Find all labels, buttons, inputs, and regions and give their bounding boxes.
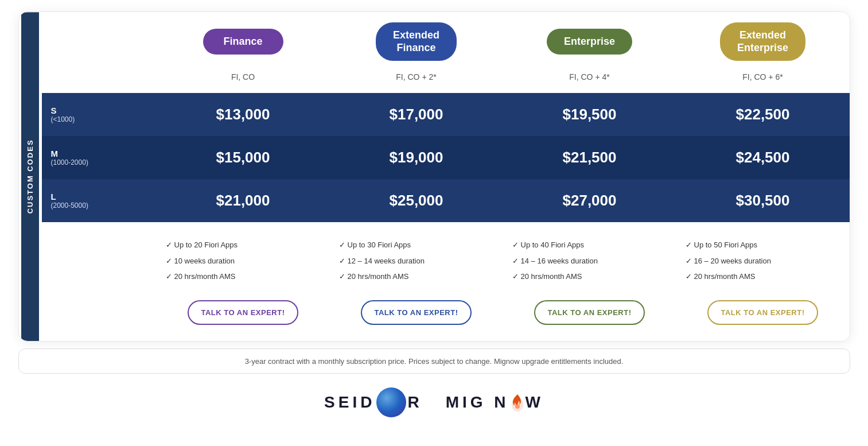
price-enterprise-l: $27,000: [503, 179, 676, 222]
row-label-sub-l: (2000-5000): [51, 201, 147, 210]
subtitle-enterprise: FI, CO + 4*: [503, 70, 676, 88]
feature-item: ✓10 weeks duration: [166, 254, 321, 267]
feature-text: 20 hrs/month AMS: [348, 270, 409, 283]
feature-item: ✓12 – 14 weeks duration: [339, 254, 494, 267]
feature-item: ✓Up to 30 Fiori Apps: [339, 238, 494, 251]
price-section: S(<1000)$13,000$17,000$19,500$22,500M(10…: [42, 93, 850, 222]
check-mark: ✓: [339, 270, 345, 283]
feature-item: ✓20 hrs/month AMS: [339, 270, 494, 283]
price-extended-enterprise-l: $30,500: [676, 179, 850, 222]
row-label-main-m: M: [51, 149, 147, 158]
feature-text: Up to 50 Fiori Apps: [694, 238, 758, 251]
feature-item: ✓20 hrs/month AMS: [686, 270, 840, 283]
row-label-s: S(<1000): [42, 93, 157, 136]
main-content: FinanceExtended FinanceEnterpriseExtende…: [42, 12, 850, 341]
feature-item: ✓Up to 50 Fiori Apps: [686, 238, 840, 251]
price-extended-finance-s: $17,000: [330, 93, 503, 136]
price-extended-finance-m: $19,000: [330, 136, 503, 179]
check-mark: ✓: [166, 254, 172, 267]
cta-cell-enterprise: TALK TO AN EXPERT!: [503, 296, 676, 329]
cta-cell-extended-finance: TALK TO AN EXPERT!: [330, 296, 503, 329]
subtitle-extended-finance: FI, CO + 2*: [330, 70, 503, 88]
pricing-wrapper: Custom Codes FinanceExtended FinanceEnte…: [18, 11, 850, 417]
price-extended-finance-l: $25,000: [330, 179, 503, 222]
plan-badge-extended-enterprise: Extended Enterprise: [720, 22, 805, 61]
price-extended-enterprise-s: $22,500: [676, 93, 850, 136]
feature-text: 14 – 16 weeks duration: [521, 254, 598, 267]
check-mark: ✓: [512, 254, 519, 267]
cta-button-finance[interactable]: TALK TO AN EXPERT!: [188, 300, 299, 325]
features-col-enterprise: ✓Up to 40 Fiori Apps✓14 – 16 weeks durat…: [503, 234, 676, 290]
subtitle-row: FI, COFI, CO + 2*FI, CO + 4*FI, CO + 6*: [42, 70, 850, 93]
features-row: ✓Up to 20 Fiori Apps✓10 weeks duration✓2…: [42, 222, 850, 296]
feature-item: ✓16 – 20 weeks duration: [686, 254, 840, 267]
features-col-extended-finance: ✓Up to 30 Fiori Apps✓12 – 14 weeks durat…: [330, 234, 503, 290]
footnote-container: 3-year contract with a monthly subscript…: [18, 348, 850, 374]
subtitle-extended-enterprise: FI, CO + 6*: [676, 70, 850, 88]
price-row-s: S(<1000)$13,000$17,000$19,500$22,500: [42, 93, 850, 136]
price-enterprise-s: $19,500: [503, 93, 676, 136]
cta-spacer: [42, 296, 157, 329]
check-mark: ✓: [512, 270, 519, 283]
feature-item: ✓20 hrs/month AMS: [512, 270, 667, 283]
cta-cell-finance: TALK TO AN EXPERT!: [157, 296, 330, 329]
sidebar-label-wrapper: Custom Codes: [19, 12, 42, 341]
logos-row: SEID R MIG N W: [18, 387, 850, 417]
feature-item: ✓14 – 16 weeks duration: [512, 254, 667, 267]
feature-text: 12 – 14 weeks duration: [348, 254, 425, 267]
plan-badge-extended-finance: Extended Finance: [376, 22, 457, 61]
row-label-l: L(2000-5000): [42, 179, 157, 222]
row-label-sub-s: (<1000): [51, 115, 147, 123]
row-label-main-s: S: [51, 106, 147, 115]
mignow-flame-icon: [509, 393, 526, 412]
pricing-table: Custom Codes FinanceExtended FinanceEnte…: [18, 11, 850, 342]
check-mark: ✓: [166, 270, 172, 283]
plan-badge-finance: Finance: [203, 29, 283, 55]
cta-button-enterprise[interactable]: TALK TO AN EXPERT!: [534, 300, 645, 325]
check-mark: ✓: [686, 238, 692, 251]
feature-text: 16 – 20 weeks duration: [694, 254, 771, 267]
svg-point-1: [515, 404, 520, 409]
feature-item: ✓Up to 40 Fiori Apps: [512, 238, 667, 251]
price-row-m: M(1000-2000)$15,000$19,000$21,500$24,500: [42, 136, 850, 179]
price-finance-m: $15,000: [157, 136, 330, 179]
cta-button-extended-enterprise[interactable]: TALK TO AN EXPERT!: [707, 300, 819, 325]
feature-item: ✓20 hrs/month AMS: [166, 270, 321, 283]
mignow-text-w: W: [526, 393, 544, 412]
row-label-main-l: L: [51, 192, 147, 201]
mignow-logo: MIG N W: [446, 393, 544, 412]
row-label-m: M(1000-2000): [42, 136, 157, 179]
feature-text: Up to 20 Fiori Apps: [174, 238, 238, 251]
price-extended-enterprise-m: $24,500: [676, 136, 850, 179]
mignow-text-mig: MIG N: [446, 393, 509, 412]
plan-header-finance: Finance: [157, 12, 330, 70]
subtitle-spacer: [42, 70, 157, 88]
plan-badge-enterprise: Enterprise: [547, 29, 632, 55]
seidor-orb: [376, 387, 406, 417]
price-row-l: L(2000-5000)$21,000$25,000$27,000$30,500: [42, 179, 850, 222]
row-label-sub-m: (1000-2000): [51, 158, 147, 166]
cta-cell-extended-enterprise: TALK TO AN EXPERT!: [676, 296, 850, 329]
feature-text: 20 hrs/month AMS: [174, 270, 236, 283]
header-spacer: [42, 12, 157, 70]
feature-text: Up to 30 Fiori Apps: [348, 238, 411, 251]
plan-header-enterprise: Enterprise: [503, 12, 676, 70]
plan-header-extended-enterprise: Extended Enterprise: [676, 12, 850, 70]
cta-row: TALK TO AN EXPERT!TALK TO AN EXPERT!TALK…: [42, 296, 850, 341]
check-mark: ✓: [339, 238, 345, 251]
feature-item: ✓Up to 20 Fiori Apps: [166, 238, 321, 251]
feature-text: 10 weeks duration: [174, 254, 235, 267]
seidor-text-right: R: [407, 393, 422, 412]
check-mark: ✓: [686, 270, 692, 283]
seidor-logo: SEID R: [324, 387, 423, 417]
sidebar-label: Custom Codes: [21, 12, 39, 341]
check-mark: ✓: [339, 254, 345, 267]
check-mark: ✓: [686, 254, 692, 267]
feature-text: 20 hrs/month AMS: [694, 270, 756, 283]
cta-button-extended-finance[interactable]: TALK TO AN EXPERT!: [361, 300, 472, 325]
price-finance-l: $21,000: [157, 179, 330, 222]
subtitle-finance: FI, CO: [157, 70, 330, 88]
check-mark: ✓: [512, 238, 519, 251]
check-mark: ✓: [166, 238, 172, 251]
feature-text: 20 hrs/month AMS: [521, 270, 582, 283]
